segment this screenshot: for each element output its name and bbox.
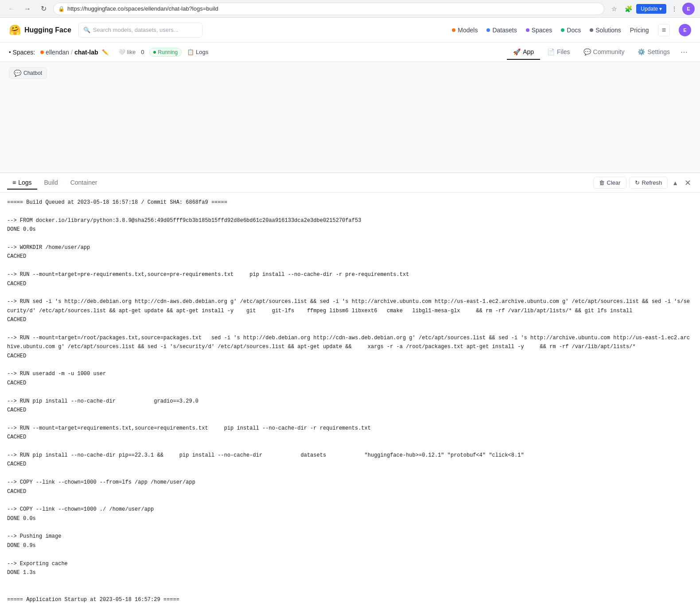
logs-icon: 📋 [187, 49, 194, 55]
update-chevron: ▾ [659, 6, 662, 12]
search-bar[interactable]: 🔍 Search models, datasets, users... [78, 23, 202, 38]
logs-toolbar: ≡ Logs Build Container 🗑 Clear ↻ Refresh… [0, 173, 700, 193]
logs-label: Logs [196, 49, 208, 55]
datasets-icon [486, 28, 490, 32]
profile-button[interactable]: E [682, 3, 695, 15]
user-avatar[interactable]: E [679, 24, 691, 36]
hf-logo[interactable]: 🤗 Hugging Face [9, 24, 71, 36]
like-button[interactable]: 🤍 like [118, 49, 136, 55]
chatbot-icon: 💬 [14, 70, 21, 77]
logs-actions: 🗑 Clear ↻ Refresh ▲ ✕ [593, 176, 693, 190]
tab-files-icon: 📄 [547, 48, 555, 55]
tab-community-icon: 💬 [583, 48, 591, 55]
logs-tab-container-label: Container [70, 179, 97, 186]
models-icon [452, 28, 455, 32]
collapse-button[interactable]: ▲ [670, 178, 680, 188]
nav-spaces-label: Spaces [532, 27, 552, 34]
tab-settings[interactable]: ⚙️ Settings [631, 45, 676, 60]
refresh-button[interactable]: ↻ Refresh [629, 177, 668, 189]
spaces-icon [526, 28, 529, 32]
breadcrumb-repo[interactable]: chat-lab [74, 49, 98, 56]
clear-label: Clear [607, 179, 621, 186]
logs-button[interactable]: 📋 Logs [187, 49, 208, 55]
bookmark-button[interactable]: ☆ [608, 3, 620, 15]
like-label: like [127, 49, 136, 55]
docs-icon [561, 28, 564, 32]
nav-docs-label: Docs [567, 27, 581, 34]
chatbot-label: Chatbot [23, 70, 42, 76]
nav-pricing-label: Pricing [630, 27, 649, 34]
logs-tab-logs-label: Logs [18, 179, 31, 186]
solutions-icon [590, 28, 593, 32]
log-content: ===== Build Queued at 2023-05-18 16:57:1… [0, 193, 700, 605]
hf-logo-text: Hugging Face [24, 26, 71, 34]
running-badge: Running [149, 48, 182, 57]
nav-menu-button[interactable]: ≡ [658, 24, 670, 36]
like-count: 0 [141, 49, 144, 55]
tab-app-label: App [523, 48, 534, 55]
running-dot [153, 51, 156, 54]
logs-tab-build-label: Build [44, 179, 58, 186]
browser-chrome: ← → ↻ 🔒 https://huggingface.co/spaces/el… [0, 0, 700, 18]
url-text: https://huggingface.co/spaces/ellendan/c… [67, 5, 218, 12]
tab-settings-icon: ⚙️ [638, 48, 645, 55]
refresh-label: Refresh [642, 179, 662, 186]
spaces-icon-square: ▪ [9, 49, 11, 55]
space-meta: 🤍 like 0 Running 📋 Logs [118, 48, 209, 57]
space-subheader: ▪ Spaces: ellendan / chat-lab ✏️ 🤍 like … [0, 43, 700, 62]
nav-spaces[interactable]: Spaces [526, 27, 552, 34]
nav-datasets[interactable]: Datasets [486, 27, 517, 34]
logs-panel: ≡ Logs Build Container 🗑 Clear ↻ Refresh… [0, 173, 700, 605]
app-preview-area: 💬 Chatbot [0, 62, 700, 173]
tab-community[interactable]: 💬 Community [577, 45, 631, 60]
chatbot-tag: 💬 Chatbot [9, 67, 47, 79]
spaces-text: Spaces: [13, 49, 35, 56]
tab-files-label: Files [557, 48, 570, 55]
search-placeholder: Search models, datasets, users... [93, 27, 179, 33]
tab-files[interactable]: 📄 Files [541, 45, 576, 60]
space-status-dot [40, 50, 44, 54]
heart-icon: 🤍 [118, 49, 125, 55]
hf-header: 🤗 Hugging Face 🔍 Search models, datasets… [0, 18, 700, 43]
nav-models-label: Models [458, 27, 478, 34]
more-menu-button[interactable]: ⋯ [677, 44, 691, 60]
nav-docs[interactable]: Docs [561, 27, 581, 34]
close-button[interactable]: ✕ [683, 176, 693, 190]
clear-button[interactable]: 🗑 Clear [593, 177, 626, 189]
extensions-button[interactable]: 🧩 [622, 3, 634, 15]
space-tabs: 🚀 App 📄 Files 💬 Community ⚙️ Settings ⋯ [507, 44, 691, 60]
edit-icon[interactable]: ✏️ [102, 49, 109, 55]
logs-tab-logs[interactable]: ≡ Logs [7, 176, 37, 190]
address-bar[interactable]: 🔒 https://huggingface.co/spaces/ellendan… [53, 3, 604, 15]
browser-action-buttons: ☆ 🧩 Update ▾ ⋮ E [608, 3, 695, 15]
tab-settings-label: Settings [647, 48, 670, 55]
search-icon: 🔍 [83, 27, 90, 33]
logs-tab-build[interactable]: Build [39, 176, 63, 190]
reload-button[interactable]: ↻ [37, 3, 50, 15]
main-nav: Models Datasets Spaces Docs Solutions Pr… [452, 24, 691, 36]
nav-solutions-label: Solutions [595, 27, 621, 34]
nav-solutions[interactable]: Solutions [590, 27, 621, 34]
forward-button[interactable]: → [21, 3, 34, 15]
tab-app-icon: 🚀 [513, 48, 521, 55]
update-label: Update [641, 6, 658, 12]
nav-datasets-label: Datasets [492, 27, 517, 34]
menu-button[interactable]: ⋮ [668, 3, 681, 15]
spaces-label: ▪ Spaces: [9, 48, 35, 56]
clear-icon: 🗑 [599, 179, 605, 186]
tab-community-label: Community [593, 48, 625, 55]
nav-models[interactable]: Models [452, 27, 478, 34]
tab-app[interactable]: 🚀 App [507, 45, 540, 60]
update-button[interactable]: Update ▾ [636, 4, 666, 14]
breadcrumb: ▪ Spaces: ellendan / chat-lab ✏️ [9, 48, 109, 56]
logs-tab-container[interactable]: Container [65, 176, 103, 190]
lock-icon: 🔒 [58, 6, 65, 12]
hf-logo-emoji: 🤗 [9, 24, 21, 36]
refresh-icon: ↻ [635, 179, 640, 186]
back-button[interactable]: ← [5, 3, 18, 15]
breadcrumb-user[interactable]: ellendan [46, 49, 69, 56]
nav-pricing[interactable]: Pricing [630, 27, 649, 34]
logs-tab-icon: ≡ [12, 179, 16, 186]
running-label: Running [158, 49, 178, 55]
